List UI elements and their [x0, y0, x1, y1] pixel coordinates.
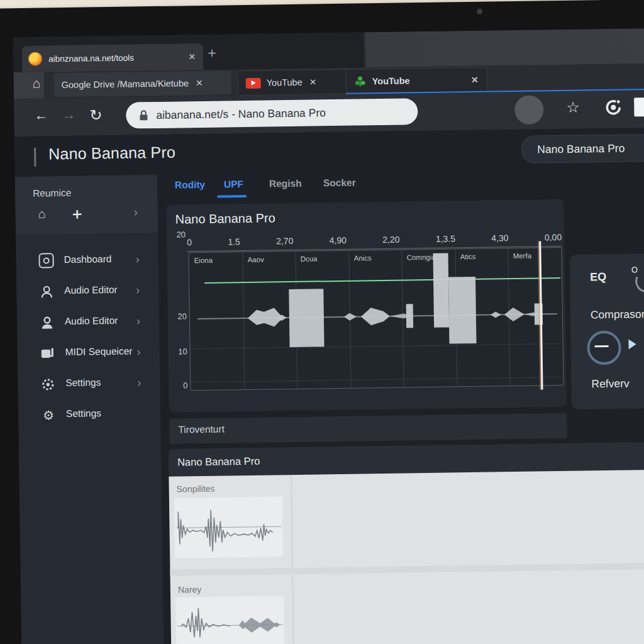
home-icon[interactable]: ⌂: [32, 76, 40, 91]
editor-footer: Tiroventurt: [169, 413, 567, 444]
home-icon[interactable]: ⌂: [38, 206, 45, 221]
chevron-right-icon: ›: [136, 284, 140, 297]
user-icon: [40, 315, 55, 330]
chevron-right-icon: ›: [137, 376, 141, 389]
reload-icon[interactable]: ↻: [89, 106, 102, 124]
sidebar-item-settings-1[interactable]: Settings ›: [18, 369, 160, 399]
ruler-tick: 4,30: [491, 233, 508, 243]
dashboard-icon: [38, 253, 53, 268]
ruler-tick: 1,3.5: [436, 233, 455, 243]
eq-label: EQ: [590, 270, 606, 284]
close-icon[interactable]: ✕: [470, 75, 480, 85]
row-divider: [170, 562, 644, 576]
browser-tab-youtube-red[interactable]: YouTube ✕: [237, 69, 353, 96]
sidebar-item-label: MIDI Sequeicer: [65, 346, 133, 358]
waveform-graphic: [189, 248, 563, 390]
track-label: Sonpilites: [177, 484, 215, 494]
close-icon[interactable]: ✕: [308, 77, 318, 87]
mixer-panel: Nano Banana Pro Sonpilites Narey: [169, 441, 644, 644]
chevron-right-icon: ›: [136, 314, 140, 328]
sidebar-item-label: Audio Editor: [65, 315, 118, 327]
tab-title: aibnznana.na.net/tools: [48, 52, 180, 64]
ruler-tick: 4,90: [330, 235, 347, 245]
mixer-body: Sonpilites Narey: [169, 469, 644, 644]
add-icon[interactable]: ＋: [69, 204, 84, 224]
editor-card: Nano Banana Pro 0 1.5 2,70 4,90 2,20 1,3…: [166, 199, 567, 413]
track-clip[interactable]: [174, 496, 283, 558]
url-text: aibanana.net/s - Nano Banana Pro: [156, 106, 326, 122]
effects-panel: EQ O Comprasor Refverv: [570, 253, 644, 409]
sidebar-item-dashboard[interactable]: Dashboard ›: [16, 245, 158, 276]
page-title: Nano Banana Pro: [48, 143, 175, 164]
browser-tab-tools[interactable]: aibnznana.na.net/tools ✕: [22, 43, 204, 72]
profile-box[interactable]: [634, 97, 644, 116]
sidebar-item-label: Settings: [66, 408, 101, 419]
time-ruler: 0 1.5 2,70 4,90 2,20 1,3.5 4,30 0,00: [187, 232, 562, 247]
tab-rodity[interactable]: Rodity: [175, 179, 205, 191]
youtube-play-icon: [246, 77, 261, 88]
sidebar-item-label: Dashboard: [64, 253, 111, 265]
browser-tab-youtube-green[interactable]: YouTube ✕: [345, 67, 488, 94]
bookmark-star-icon[interactable]: ☆: [566, 99, 580, 116]
chevron-right-icon[interactable]: ›: [133, 205, 138, 219]
y-tick: 20: [172, 311, 187, 321]
ruler-tick: 0,00: [545, 232, 562, 242]
close-icon[interactable]: ✕: [187, 52, 197, 62]
sidebar-item-audio-editor-2[interactable]: Audio Editor ›: [17, 307, 160, 338]
sidebar-header: Reumice ⌂ ＋ ›: [15, 175, 158, 235]
extension-blob: [514, 95, 544, 125]
browser-tab-google-drive[interactable]: Google Drive /Mamana/Kietube ✕: [53, 70, 231, 97]
y-tick: 20: [170, 230, 186, 239]
close-icon[interactable]: ✕: [194, 78, 204, 88]
ruler-tick: 1.5: [228, 236, 240, 247]
address-bar[interactable]: aibanana.net/s - Nano Banana Pro: [126, 98, 418, 128]
sidebar-item-audio-editor-1[interactable]: Audio Editor ›: [16, 276, 159, 307]
play-icon[interactable]: [628, 339, 636, 349]
chevron-right-icon: ›: [135, 253, 139, 266]
ruler-tick: 2,20: [382, 235, 399, 245]
audio-waveform-icon: [174, 496, 283, 558]
back-icon[interactable]: ←: [34, 107, 48, 123]
tab-regish[interactable]: Regish: [269, 178, 302, 190]
editor-title: Nano Banana Pro: [175, 211, 275, 226]
audio-waveform-icon: [175, 596, 284, 644]
ruler-tick: 0: [187, 237, 192, 247]
sync-circle-icon[interactable]: [604, 98, 623, 117]
sidebar-item-midi-sequencer[interactable]: MIDI Sequeicer ›: [17, 338, 160, 369]
ruler-tick: 2,70: [276, 236, 293, 246]
title-divider: [34, 148, 36, 167]
sidebar-item-settings-2[interactable]: ⚙ Settings: [18, 399, 161, 430]
chevron-right-icon: ›: [137, 345, 141, 358]
sidebar: Reumice ⌂ ＋ › Dashboard › Audio Editor: [15, 175, 164, 644]
new-tab-button[interactable]: ＋: [205, 46, 219, 60]
track-clip[interactable]: [175, 596, 284, 644]
sidebar-item-label: Settings: [65, 377, 101, 389]
green-club-icon: [354, 75, 367, 87]
tab-socker[interactable]: Socker: [323, 177, 356, 189]
reverb-label: Refverv: [591, 377, 630, 391]
forward-icon[interactable]: →: [62, 107, 75, 123]
eq-marker: O: [631, 265, 638, 274]
app-page: Nano Banana Pro Nano Banana Pro Reumice …: [14, 127, 644, 644]
monitor-bezel: aibnznana.na.net/tools ✕ ＋ ⌂ Google Driv…: [0, 0, 644, 644]
editor-footer-label: Tiroventurt: [178, 424, 225, 436]
tab-upf[interactable]: UPF: [224, 179, 243, 190]
y-tick: 0: [172, 380, 187, 390]
tab-title: Google Drive /Mamana/Kietube: [62, 78, 189, 90]
browser-window: aibnznana.na.net/tools ✕ ＋ ⌂ Google Driv…: [13, 28, 644, 644]
tab-title: YouTube: [372, 75, 410, 86]
webcam-icon: [477, 9, 482, 14]
gear-icon: ⚙: [41, 408, 56, 423]
gear-dashed-icon: [40, 377, 55, 392]
midi-image-icon: [40, 346, 55, 361]
track-label: Narey: [178, 584, 202, 595]
timeline-grid[interactable]: Eiona Aaov Dcua Anics Comngia Atics Merf…: [188, 247, 564, 391]
user-outline-icon: [39, 284, 54, 299]
site-favicon-icon: [28, 52, 42, 66]
tab-title: YouTube: [267, 77, 303, 88]
active-tab-underline: [217, 195, 247, 198]
compressor-knob[interactable]: [587, 331, 621, 365]
compressor-label: Comprasor: [591, 308, 644, 321]
header-button[interactable]: Nano Banana Pro: [521, 133, 644, 164]
sidebar-item-label: Audio Editor: [64, 284, 118, 296]
